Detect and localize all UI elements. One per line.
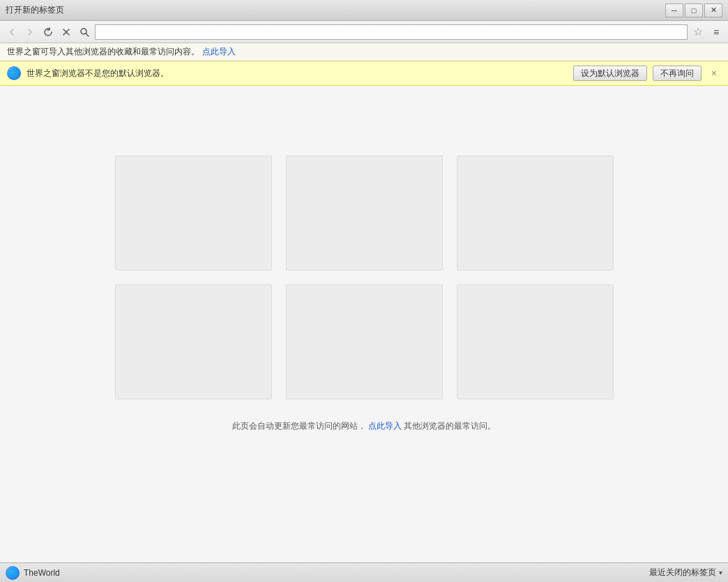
title-bar-left: 打开新的标签页 [6,4,64,16]
back-button[interactable] [4,24,20,40]
notification-message: 世界之窗浏览器不是您的默认浏览器。 [26,68,568,79]
brand-logo [6,566,20,580]
search-button[interactable] [77,24,92,40]
main-content: 此页会自动更新您最常访问的网站， 点此导入 其他浏览器的最常访问。 [0,86,728,562]
minimize-button[interactable]: ─ [665,3,683,17]
thumbnail-cell-1[interactable] [115,155,272,270]
import-bar-text: 世界之窗可导入其他浏览器的收藏和最常访问内容。 [7,46,199,58]
address-input[interactable] [95,24,688,40]
import-link[interactable]: 点此导入 [202,46,236,58]
footer-text-after: 其他浏览器的最常访问。 [404,421,496,431]
window-title: 打开新的标签页 [6,4,64,16]
recent-tabs-button[interactable]: 最近关闭的标签页 [649,567,716,579]
maximize-button[interactable]: □ [685,3,703,17]
svg-line-1 [86,33,89,36]
window-controls: ─ □ ✕ [665,3,722,17]
status-bar: TheWorld 最近关闭的标签页 ▾ [0,562,728,582]
set-default-button[interactable]: 设为默认浏览器 [573,66,647,81]
title-bar: 打开新的标签页 ─ □ ✕ [0,0,728,21]
menu-icon: ≡ [713,26,719,38]
thumbnail-cell-3[interactable] [457,155,614,270]
stop-button[interactable] [59,24,74,40]
footer-text-before: 此页会自动更新您最常访问的网站， [232,421,366,431]
search-icon [79,27,89,37]
navigation-bar: ☆ ≡ [0,21,728,43]
stop-icon [61,27,71,37]
status-left: TheWorld [6,566,60,580]
refresh-button[interactable] [40,24,56,40]
bookmark-button[interactable]: ☆ [690,24,706,40]
thumbnail-grid [115,155,614,399]
back-icon [8,28,16,36]
thumbnail-cell-4[interactable] [115,284,272,399]
thumbnail-cell-5[interactable] [286,284,443,399]
brand-name: TheWorld [24,568,60,578]
notification-bar: 世界之窗浏览器不是您的默认浏览器。 设为默认浏览器 不再询问 × [0,61,728,86]
forward-button[interactable] [22,24,38,40]
footer-import-link[interactable]: 点此导入 [368,421,402,431]
browser-icon [7,66,21,80]
star-icon: ☆ [693,25,703,38]
forward-icon [26,28,34,36]
dismiss-button[interactable]: 不再询问 [653,66,702,81]
refresh-icon [43,27,53,37]
thumbnail-cell-2[interactable] [286,155,443,270]
thumbnail-cell-6[interactable] [457,284,614,399]
footer-description: 此页会自动更新您最常访问的网站， 点此导入 其他浏览器的最常访问。 [232,420,496,432]
chevron-down-icon: ▾ [719,569,722,576]
notification-close-button[interactable]: × [707,66,721,80]
close-button[interactable]: ✕ [704,3,722,17]
status-right[interactable]: 最近关闭的标签页 ▾ [649,567,722,579]
menu-button[interactable]: ≡ [708,24,724,40]
import-bar: 世界之窗可导入其他浏览器的收藏和最常访问内容。 点此导入 [0,43,728,61]
